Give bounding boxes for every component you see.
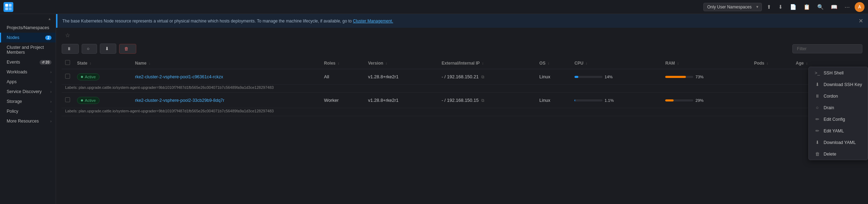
ram-progress: 29% [665,98,747,103]
nodes-table: State ↕ Name ↓ Roles ↕ Version ↕ Externa… [62,57,862,116]
download-yaml-button[interactable]: ⬇ [100,44,116,54]
row-checkbox-cell[interactable] [62,69,74,85]
select-all-header[interactable] [62,57,74,69]
select-all-checkbox[interactable] [65,60,70,65]
apps-chevron-icon: › [50,80,51,84]
upload-icon-btn[interactable]: ⬆ [765,2,773,12]
download-yaml-icon: ⬇ [105,46,109,51]
sidebar-label-nodes: Nodes [7,35,19,40]
sidebar-item-policy[interactable]: Policy › [0,106,56,116]
row-checkbox[interactable] [65,97,70,102]
nodes-table-wrapper: State ↕ Name ↓ Roles ↕ Version ↕ Externa… [56,57,868,204]
os-sort-icon: ↕ [547,61,549,65]
sidebar-item-events[interactable]: Events ↺ 20 [0,57,56,67]
sidebar-label-storage: Storage [7,99,22,104]
cpu-bar-bg [574,76,602,78]
context-menu-item-download-yaml[interactable]: ⬇ Download YAML [809,137,868,148]
context-menu-item-edit-config[interactable]: ✏ Edit Config [809,113,868,125]
sidebar-item-projects-namespaces[interactable]: Projects/Namespaces [0,23,56,33]
svg-rect-0 [5,4,8,7]
sidebar-label-cluster-members: Cluster and Project Members [7,45,51,55]
context-menu-item-edit-yaml[interactable]: ✏ Edit YAML [809,125,868,137]
sidebar-item-cluster-members[interactable]: Cluster and Project Members [0,42,56,57]
row-checkbox-cell[interactable] [62,93,74,108]
delete-button[interactable]: 🗑 [119,44,136,54]
service-discovery-chevron-icon: › [50,90,51,94]
avatar[interactable]: A [855,2,864,12]
cordon-button[interactable]: ⏸ [62,44,79,54]
svg-rect-2 [5,7,8,10]
edit-config-label: Edit Config [824,117,845,122]
ram-progress: 73% [665,75,747,79]
context-menu-item-ssh-shell[interactable]: >_ SSH Shell [809,67,868,79]
namespace-filter-select[interactable]: Only User Namespaces All Namespaces [703,3,762,11]
banner-close-button[interactable]: ✕ [859,18,863,24]
pods-header[interactable]: Pods ↕ [751,57,792,69]
node-name-link[interactable]: rke2-cluster-2-vsphere-pool2-33cb29b9-8d… [135,98,224,103]
sidebar-cluster-chevron-icon: ▲ [48,17,51,21]
row-name: rke2-cluster-2-vsphere-pool2-33cb29b9-8d… [131,93,321,108]
row-ram: 29% [662,93,750,108]
sidebar-item-workloads[interactable]: Workloads › [0,67,56,77]
labels-cell: Labels: plan.upgrade.cattle.io/system-ag… [62,108,862,116]
ram-pct-label: 29% [695,98,703,103]
row-cpu: 1.1% [571,93,662,108]
sidebar-item-more-resources[interactable]: More Resources › [0,116,56,126]
book-icon-btn[interactable]: 📖 [829,2,840,12]
context-menu-item-download-ssh-key[interactable]: ⬇ Download SSH Key [809,79,868,90]
row-roles: All [321,69,365,85]
cpu-progress: 14% [574,75,658,79]
ssh-shell-label: SSH Shell [824,71,843,75]
topbar: Only User Namespaces All Namespaces ▼ ⬆ … [0,0,868,14]
ip-header[interactable]: External/Internal IP ↕ [438,57,536,69]
svg-rect-1 [9,4,12,7]
sidebar-item-apps[interactable]: Apps › [0,77,56,87]
sidebar-label-apps: Apps [7,79,17,84]
table-row: Active rke2-cluster-2-vsphere-pool2-33cb… [62,93,862,108]
node-name-link[interactable]: rke2-cluster-2-vsphere-pool1-c96361c4-rc… [135,74,223,79]
sidebar-label-policy: Policy [7,109,18,114]
sidebar-cluster-section[interactable]: ▲ [0,14,56,23]
row-checkbox[interactable] [65,74,70,79]
context-menu-item-cordon[interactable]: ⏸ Cordon [809,90,868,102]
filter-input[interactable] [792,44,862,53]
cpu-bar-fill [574,76,578,78]
ram-header[interactable]: RAM ↕ [662,57,750,69]
delete-icon: 🗑 [124,46,129,51]
copy-ip-icon[interactable]: ⧉ [481,74,484,79]
row-ram: 73% [662,69,750,85]
os-header[interactable]: OS ↕ [536,57,571,69]
events-badge: ↺ 20 [40,60,51,65]
version-header[interactable]: Version ↕ [365,57,438,69]
clipboard-icon-btn[interactable]: 📋 [801,2,812,12]
context-menu-item-delete[interactable]: 🗑 Delete [809,148,868,160]
sidebar-item-storage[interactable]: Storage › [0,97,56,106]
cpu-pct-label: 1.1% [605,98,614,103]
context-menu-item-drain[interactable]: ○ Drain [809,102,868,113]
page-favorite-icon[interactable]: ☆ [65,32,70,39]
download-icon-btn[interactable]: ⬇ [776,2,785,12]
version-sort-icon: ↕ [385,61,387,65]
table-row: Active rke2-cluster-2-vsphere-pool1-c963… [62,69,862,85]
sidebar-item-service-discovery[interactable]: Service Discovery › [0,87,56,97]
roles-header[interactable]: Roles ↕ [321,57,365,69]
row-ip: - / 192.168.150.21 ⧉ [438,69,536,85]
cpu-header[interactable]: CPU ↕ [571,57,662,69]
file-icon-btn[interactable]: 📄 [788,2,799,12]
labels-row: Labels: plan.upgrade.cattle.io/system-ag… [62,85,862,93]
drain-button[interactable]: ○ [82,44,97,54]
content-area: The base Kubernetes Node resource repres… [56,14,868,204]
state-header[interactable]: State ↕ [74,57,131,69]
banner-link[interactable]: Cluster Management. [353,19,393,24]
search-icon-btn[interactable]: 🔍 [815,2,826,12]
delete-icon: 🗑 [814,151,820,157]
status-dot-icon [81,76,83,78]
cpu-pct-label: 14% [605,75,613,79]
name-header[interactable]: Name ↓ [131,57,321,69]
sidebar-item-nodes[interactable]: Nodes 2 [0,33,56,42]
namespace-filter-wrapper[interactable]: Only User Namespaces All Namespaces ▼ [703,3,762,11]
page-header: ☆ [56,28,868,41]
row-roles: Worker [321,93,365,108]
copy-ip-icon[interactable]: ⧉ [481,98,484,103]
more-icon-btn[interactable]: ⋯ [842,2,852,12]
